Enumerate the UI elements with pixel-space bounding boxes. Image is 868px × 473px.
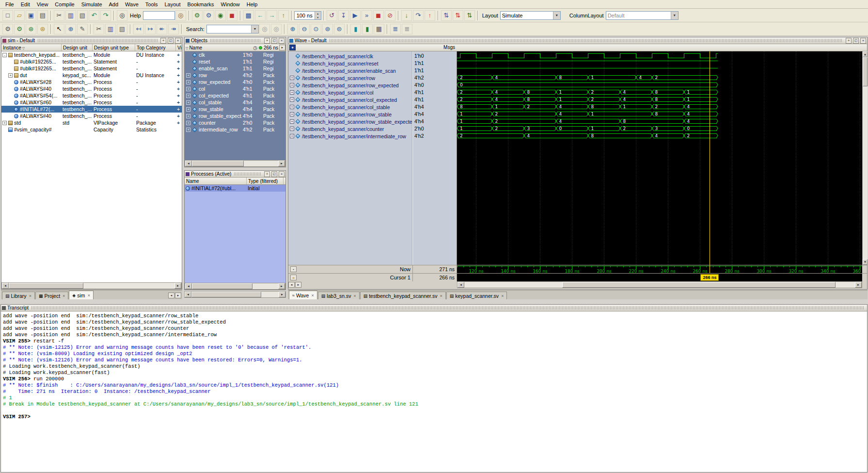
- wave-timeline[interactable]: 120 ns140 ns160 ns180 ns200 ns220 ns240 …: [457, 265, 862, 273]
- layout-select[interactable]: Simulate▼: [500, 11, 561, 20]
- break-button[interactable]: ◼: [227, 10, 237, 21]
- objects-name-header[interactable]: Name: [189, 45, 202, 50]
- wave-signal-row[interactable]: +/testbench_keypad_scanner/col: [288, 89, 412, 96]
- sim-tree-row[interactable]: -testbench_keypad...testbench_...ModuleD…: [1, 51, 182, 58]
- scroll-right-icon[interactable]: [855, 282, 862, 288]
- run-length-input[interactable]: 100 ns▲▼: [294, 11, 321, 20]
- processes-name-header[interactable]: Name: [185, 178, 247, 184]
- wave-signal-row[interactable]: /testbench_keypad_scanner/clk: [288, 52, 412, 60]
- break-run-button[interactable]: ◼: [373, 10, 384, 21]
- objects-row[interactable]: clk1'h0Regi: [185, 51, 285, 58]
- expander-plus-icon[interactable]: +: [186, 114, 190, 118]
- scroll-track[interactable]: [192, 161, 278, 166]
- scroll-right-icon[interactable]: [279, 292, 285, 297]
- panel-drag-grip[interactable]: [330, 39, 843, 42]
- show-grid-lines-button[interactable]: ▮: [362, 24, 373, 34]
- sim-tree-row[interactable]: #ALWAYS#60testbench_...Process-+: [1, 99, 182, 106]
- menu-compile[interactable]: Compile: [51, 0, 78, 8]
- paste-button[interactable]: ▧: [77, 10, 88, 21]
- panel-expand-button[interactable]: [264, 171, 270, 177]
- sim-tree-row[interactable]: +stdstdVlPackagePackage+: [1, 119, 182, 126]
- scroll-track[interactable]: [191, 292, 279, 297]
- wave-vertical-scrollbar[interactable]: [862, 51, 868, 265]
- objects-row[interactable]: +row_stable_expect...4'h4Pack: [185, 113, 285, 119]
- scroll-left-icon[interactable]: [185, 161, 192, 166]
- transcript-console[interactable]: add wave -position end sim:/testbench_ke…: [1, 312, 867, 472]
- tab-close-icon[interactable]: ×: [63, 294, 65, 298]
- panel-expand-button[interactable]: [846, 38, 852, 44]
- tab-close-icon[interactable]: ×: [501, 294, 504, 298]
- panel-drag-grip[interactable]: [38, 39, 158, 42]
- panel-close-button[interactable]: [279, 38, 284, 44]
- view-source-button[interactable]: ⚙: [2, 24, 13, 34]
- tab-scroll-right-button[interactable]: [175, 293, 181, 298]
- menu-tools[interactable]: Tools: [142, 0, 161, 8]
- expander-plus-icon[interactable]: +: [186, 121, 190, 125]
- move-up-button[interactable]: ⇅: [453, 10, 463, 21]
- run-button[interactable]: ↧: [338, 10, 349, 21]
- scroll-left-icon[interactable]: [2, 283, 9, 289]
- scroll-thumb[interactable]: [191, 292, 261, 297]
- wave-signal-row[interactable]: +/testbench_keypad_scanner/row_stable: [288, 111, 412, 118]
- add-cursor-button[interactable]: +: [290, 266, 297, 272]
- expander-minus-icon[interactable]: -: [2, 53, 7, 57]
- wave-signal-row[interactable]: /testbench_keypad_scanner/enable_scan: [288, 67, 412, 74]
- wave-pane-options-button[interactable]: [289, 45, 296, 50]
- middle-dock-scrollbar[interactable]: [184, 291, 286, 298]
- menu-bookmarks[interactable]: Bookmarks: [184, 0, 218, 8]
- panel-undock-button[interactable]: [271, 38, 277, 44]
- help-search-button[interactable]: ◎: [175, 10, 186, 21]
- cursor-time-box[interactable]: 266 ns: [700, 274, 719, 281]
- objects-row[interactable]: +row4'h2Pack: [185, 72, 285, 79]
- forward-button[interactable]: →: [267, 10, 277, 21]
- add-bookmark-button[interactable]: ▩: [243, 10, 254, 21]
- sim-horizontal-scrollbar[interactable]: [1, 282, 182, 289]
- menu-edit[interactable]: Edit: [17, 0, 33, 8]
- expander-plus-icon[interactable]: +: [290, 76, 294, 80]
- cut-signal-button[interactable]: ✂: [94, 24, 104, 34]
- filter-icon[interactable]: [21, 45, 26, 50]
- continue-run-button[interactable]: ▶: [350, 10, 361, 21]
- add-selected-to-list-button[interactable]: ⊛: [37, 24, 48, 34]
- sim-panel-titlebar[interactable]: sim - Default: [1, 37, 182, 44]
- spin-down-icon[interactable]: ▼: [315, 16, 321, 19]
- dock-tab-library[interactable]: ▤Library×: [2, 292, 35, 299]
- wave-signal-row[interactable]: +/testbench_keypad_scanner/row_stable_ex…: [288, 118, 412, 125]
- simulate-button[interactable]: ◉: [215, 10, 226, 21]
- scroll-thumb[interactable]: [9, 283, 83, 289]
- processes-type-header[interactable]: Type (filtered): [247, 178, 284, 184]
- menu-layout[interactable]: Layout: [161, 0, 184, 8]
- panel-drag-grip[interactable]: [210, 39, 261, 42]
- zoom-mode-button[interactable]: ⊕: [65, 24, 76, 34]
- scroll-thumb[interactable]: [192, 161, 244, 166]
- sim-tree-row[interactable]: +dutkeypad_sc...ModuleDU Instance+: [1, 72, 182, 79]
- expander-plus-icon[interactable]: +: [290, 83, 294, 87]
- sim-tree-row[interactable]: #ALWAYS#40testbench_...Process-+: [1, 113, 182, 119]
- transcript-titlebar[interactable]: Transcript: [1, 305, 867, 311]
- wave-signal-row[interactable]: +/testbench_keypad_scanner/col_expected: [288, 96, 412, 103]
- redo-button[interactable]: ↷: [100, 10, 111, 21]
- dock-tab-sim[interactable]: ◈sim×: [69, 291, 94, 299]
- save-button[interactable]: ▣: [26, 10, 36, 21]
- expanded-time-off-button[interactable]: ≣: [390, 24, 401, 34]
- wave-signal-row[interactable]: +/testbench_keypad_scanner/row_expected: [288, 82, 412, 89]
- objects-row[interactable]: reset1'h1Regi: [185, 58, 285, 65]
- expander-plus-icon[interactable]: +: [290, 119, 294, 124]
- scroll-thumb[interactable]: [192, 283, 253, 289]
- expander-plus-icon[interactable]: +: [290, 134, 294, 138]
- run-all-button[interactable]: »: [362, 10, 372, 21]
- panel-drag-grip[interactable]: [32, 306, 865, 310]
- menu-add[interactable]: Add: [106, 0, 122, 8]
- tab-close-icon[interactable]: ×: [29, 294, 32, 298]
- copy-signal-button[interactable]: ▥: [105, 24, 116, 34]
- column-header-design-unit[interactable]: Design unit: [62, 44, 93, 51]
- wave-signal-row[interactable]: +/testbench_keypad_scanner/intermediate_…: [288, 132, 412, 140]
- wave-horizontal-scrollbar[interactable]: [457, 281, 862, 288]
- zoom-between-cursors-button[interactable]: ⊜: [334, 24, 345, 34]
- panel-drag-grip[interactable]: [234, 172, 261, 176]
- sim-tree-row[interactable]: #INITIAL#72(...testbench_...Process-+: [1, 106, 182, 113]
- scroll-track[interactable]: [9, 283, 174, 289]
- process-row[interactable]: #INITIAL#72(#ubl...Initial: [185, 185, 285, 192]
- panel-close-button[interactable]: [279, 171, 284, 177]
- expander-plus-icon[interactable]: +: [186, 87, 190, 91]
